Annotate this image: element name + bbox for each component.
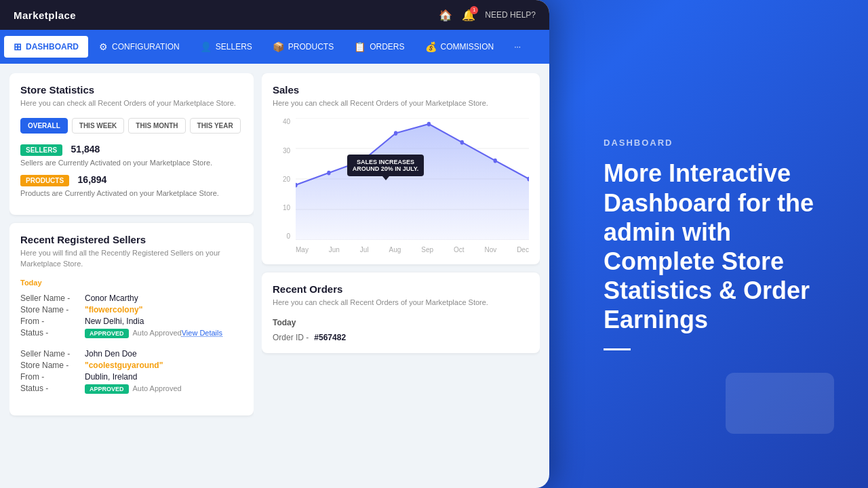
- products-icon: 📦: [273, 41, 284, 52]
- seller-name-label-1: Seller Name -: [20, 293, 85, 303]
- orders-icon: 📋: [354, 41, 366, 52]
- status-badge-1: APPROVED: [85, 329, 129, 338]
- dashboard-icon: ⊞: [14, 41, 22, 52]
- tab-this-year[interactable]: THIS YEAR: [190, 118, 241, 134]
- sales-chart: 40 30 20 10 0: [273, 118, 529, 253]
- from-row-2: From - Dublin, Ireland: [20, 372, 243, 382]
- sales-svg: [296, 118, 529, 240]
- products-count: 16,894: [78, 174, 107, 185]
- auto-approved-1: Auto Approved: [133, 329, 182, 337]
- nav-item-configuration[interactable]: ⚙ CONFIGURATION: [90, 36, 189, 58]
- from-row-1: From - New Delhi, India: [20, 317, 243, 326]
- tab-this-month[interactable]: THIS MONTH: [128, 118, 185, 134]
- right-panel-divider: [604, 348, 631, 350]
- recent-sellers-title: Recent Registered Sellers: [20, 234, 243, 245]
- seller-name-label-2: Seller Name -: [20, 349, 85, 359]
- nav-label-orders: ORDERS: [370, 42, 404, 52]
- store-name-row-2: Store Name - "coolestguyaround": [20, 361, 243, 370]
- x-label-aug: Aug: [389, 246, 401, 253]
- nav-label-dashboard: DASHBOARD: [26, 42, 79, 52]
- recent-orders-title: Recent Orders: [273, 283, 529, 295]
- products-badge: PRODUCTS: [20, 175, 69, 186]
- notification-badge: 1: [470, 6, 478, 14]
- nav-item-more[interactable]: ···: [505, 37, 530, 57]
- nav-label-products: PRODUCTS: [288, 42, 334, 52]
- store-name-label-2: Store Name -: [20, 361, 85, 370]
- nav-item-products[interactable]: 📦 PRODUCTS: [263, 36, 343, 58]
- svg-point-10: [427, 122, 431, 127]
- svg-point-8: [360, 158, 365, 164]
- nav-item-dashboard[interactable]: ⊞ DASHBOARD: [4, 36, 88, 58]
- svg-marker-5: [296, 124, 529, 240]
- y-label-40: 40: [283, 118, 293, 125]
- auto-approved-2: Auto Approved: [133, 384, 182, 392]
- need-help-link[interactable]: NEED HELP?: [485, 10, 536, 20]
- nav-bar: ⊞ DASHBOARD ⚙ CONFIGURATION 👤 SELLERS 📦 …: [0, 30, 549, 64]
- y-label-30: 30: [283, 147, 293, 155]
- order-id-value: #567482: [314, 333, 346, 342]
- sellers-icon: 👤: [200, 41, 212, 52]
- sellers-stat-row: SELLERS 51,848 Sellers are Currently Act…: [20, 143, 243, 167]
- recent-sellers-card: Recent Registered Sellers Here you will …: [9, 223, 254, 415]
- seller-name-row-1: Seller Name - Conor Mcarthy: [20, 293, 243, 303]
- view-details-button-1[interactable]: View Details: [182, 329, 222, 337]
- right-column: Sales Here you can check all Recent Orde…: [262, 73, 540, 479]
- nav-label-sellers: SELLERS: [216, 42, 252, 52]
- store-statistics-subtitle: Here you can check all Recent Orders of …: [20, 98, 243, 108]
- recent-orders-subtitle: Here you can check all Recent Orders of …: [273, 298, 529, 308]
- from-value-2: Dublin, Ireland: [85, 372, 137, 382]
- tab-overall[interactable]: OVERALL: [20, 118, 68, 134]
- seller-name-value-2: John Den Doe: [85, 349, 137, 359]
- orders-today-label: Today: [273, 318, 529, 327]
- seller-name-row-2: Seller Name - John Den Doe: [20, 349, 243, 359]
- top-bar-right: 🏠 🔔 1 NEED HELP?: [439, 9, 536, 22]
- y-label-20: 20: [283, 176, 293, 183]
- sellers-badge: SELLERS: [20, 144, 62, 156]
- x-label-dec: Dec: [517, 246, 529, 253]
- seller-entry-2: Seller Name - John Den Doe Store Name - …: [20, 349, 243, 394]
- right-panel: DASHBOARD More Interactive Dashboard for…: [549, 0, 868, 488]
- tab-this-week[interactable]: THIS WEEK: [72, 118, 125, 134]
- sales-title: Sales: [273, 84, 529, 96]
- store-name-row-1: Store Name - "flowercolony": [20, 305, 243, 314]
- stat-tabs: OVERALL THIS WEEK THIS MONTH THIS YEAR: [20, 118, 243, 134]
- x-label-nov: Nov: [484, 246, 496, 253]
- status-badge-2: APPROVED: [85, 384, 129, 394]
- today-label: Today: [20, 279, 243, 287]
- store-statistics-card: Store Statistics Here you can check all …: [9, 73, 254, 215]
- store-name-label-1: Store Name -: [20, 305, 85, 314]
- y-label-0: 0: [286, 232, 293, 240]
- nav-label-configuration: CONFIGURATION: [112, 42, 180, 52]
- svg-point-9: [394, 131, 397, 136]
- sellers-desc: Sellers are Currently Activated on your …: [20, 159, 243, 167]
- sales-card: Sales Here you can check all Recent Orde…: [262, 73, 540, 264]
- content-area: Store Statistics Here you can check all …: [0, 64, 549, 488]
- home-icon[interactable]: 🏠: [439, 9, 452, 22]
- nav-item-sellers[interactable]: 👤 SELLERS: [191, 36, 262, 58]
- nav-label-commission: COMMISSION: [441, 42, 494, 52]
- y-label-10: 10: [283, 204, 293, 211]
- chart-y-labels: 40 30 20 10 0: [273, 118, 293, 240]
- products-stat-row: PRODUCTS 16,894 Products are Currently A…: [20, 174, 243, 197]
- left-column: Store Statistics Here you can check all …: [9, 73, 254, 479]
- order-id-label: Order ID -: [273, 333, 309, 342]
- svg-point-12: [493, 159, 496, 163]
- products-desc: Products are Currently Activated on your…: [20, 189, 243, 197]
- x-label-jun: Jun: [329, 246, 340, 253]
- from-label-1: From -: [20, 317, 85, 326]
- store-statistics-title: Store Statistics: [20, 84, 243, 96]
- svg-point-7: [327, 171, 330, 176]
- nav-item-commission[interactable]: 💰 COMMISSION: [416, 36, 504, 58]
- nav-item-orders[interactable]: 📋 ORDERS: [344, 36, 414, 58]
- app-title: Marketplace: [14, 9, 76, 21]
- order-id-row: Order ID - #567482: [273, 333, 529, 342]
- store-name-link-1[interactable]: "flowercolony": [85, 305, 142, 314]
- x-label-oct: Oct: [454, 246, 465, 253]
- chart-svg-area: SALES INCREASES AROUND 20% IN JULY.: [296, 118, 529, 240]
- seller-name-value-1: Conor Mcarthy: [85, 293, 138, 303]
- recent-sellers-subtitle: Here you will find all the Recently Regi…: [20, 248, 243, 269]
- right-panel-label: DASHBOARD: [604, 138, 827, 148]
- store-name-link-2[interactable]: "coolestguyaround": [85, 361, 163, 370]
- status-row-1: Status - APPROVED Auto Approved View Det…: [20, 328, 243, 338]
- bell-icon[interactable]: 🔔 1: [462, 9, 475, 22]
